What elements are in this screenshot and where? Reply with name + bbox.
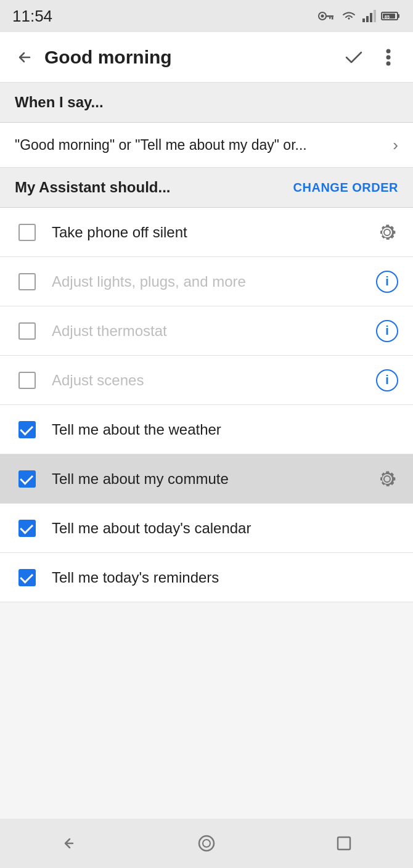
svg-rect-6	[366, 16, 369, 22]
svg-point-1	[321, 15, 324, 18]
page-title: Good morning	[44, 47, 339, 68]
recents-nav-icon	[336, 835, 352, 851]
home-nav-icon	[197, 833, 216, 853]
svg-rect-3	[332, 17, 333, 20]
checkbox-adjust-scenes[interactable]	[15, 368, 39, 393]
signal-icon	[362, 10, 376, 22]
checkbox-tell-me-calendar[interactable]	[15, 516, 39, 541]
info-icon-adjust-scenes[interactable]: i	[376, 369, 398, 391]
gear-icon-tell-me-commute[interactable]	[376, 468, 398, 490]
assistant-items-list: Take phone off silent Adjust lights, plu…	[0, 208, 413, 602]
list-item-tell-me-commute[interactable]: Tell me about my commute	[0, 454, 413, 504]
home-nav-button[interactable]	[184, 821, 229, 866]
key-icon	[318, 10, 335, 22]
wifi-icon	[340, 10, 358, 22]
status-time: 11:54	[12, 7, 52, 26]
back-button[interactable]	[10, 43, 39, 72]
back-nav-button[interactable]	[47, 821, 91, 866]
item-label-tell-me-commute: Tell me about my commute	[52, 470, 376, 488]
recents-nav-button[interactable]	[322, 821, 366, 866]
svg-point-16	[199, 836, 214, 851]
status-icons: 65	[318, 10, 401, 22]
back-nav-icon	[60, 835, 78, 852]
checkbox-tell-me-weather[interactable]	[15, 417, 39, 442]
checkbox-unchecked-icon	[18, 224, 36, 241]
checkbox-tell-me-reminders[interactable]	[15, 565, 39, 590]
my-assistant-title: My Assistant should...	[15, 179, 170, 196]
list-item-adjust-scenes[interactable]: Adjust scenesi	[0, 356, 413, 405]
chevron-right-icon: ›	[393, 136, 398, 155]
battery-icon: 65	[381, 10, 401, 22]
checkbox-adjust-lights[interactable]	[15, 269, 39, 294]
svg-rect-7	[370, 13, 372, 22]
more-options-icon	[386, 49, 391, 66]
checkbox-tell-me-commute[interactable]	[15, 467, 39, 491]
svg-rect-18	[338, 837, 350, 850]
item-label-tell-me-calendar: Tell me about today's calendar	[52, 520, 398, 537]
item-label-take-phone-off-silent: Take phone off silent	[52, 224, 376, 241]
svg-point-13	[386, 49, 391, 53]
item-label-adjust-thermostat: Adjust thermostat	[52, 322, 376, 340]
item-label-adjust-lights: Adjust lights, plugs, and more	[52, 273, 376, 290]
svg-point-15	[386, 61, 391, 65]
checkbox-take-phone-off-silent[interactable]	[15, 220, 39, 245]
bottom-nav	[0, 819, 413, 868]
gear-icon-take-phone-off-silent[interactable]	[376, 221, 398, 244]
checkbox-unchecked-icon	[18, 372, 36, 389]
svg-point-17	[203, 840, 210, 847]
svg-rect-10	[398, 14, 399, 18]
checkbox-checked-icon	[18, 470, 36, 488]
checkbox-adjust-thermostat[interactable]	[15, 319, 39, 343]
svg-rect-4	[329, 17, 331, 19]
checkbox-unchecked-icon	[18, 322, 36, 340]
app-bar: Good morning	[0, 32, 413, 83]
my-assistant-header: My Assistant should... CHANGE ORDER	[0, 168, 413, 208]
list-item-tell-me-calendar[interactable]: Tell me about today's calendar	[0, 504, 413, 553]
checkbox-checked-icon	[18, 421, 36, 438]
check-icon	[345, 51, 362, 64]
info-icon-adjust-thermostat[interactable]: i	[376, 320, 398, 342]
checkbox-checked-icon	[18, 520, 36, 537]
when-i-say-header: When I say...	[0, 83, 413, 123]
item-label-tell-me-reminders: Tell me today's reminders	[52, 569, 398, 586]
svg-point-14	[386, 55, 391, 59]
trigger-phrase-text: "Good morning" or "Tell me about my day"…	[15, 135, 385, 155]
checkbox-checked-icon	[18, 569, 36, 586]
status-bar: 11:54 65	[0, 0, 413, 32]
svg-rect-2	[326, 15, 333, 17]
more-options-button[interactable]	[374, 43, 403, 72]
trigger-phrase-row[interactable]: "Good morning" or "Tell me about my day"…	[0, 123, 413, 168]
list-item-adjust-thermostat[interactable]: Adjust thermostati	[0, 306, 413, 356]
back-arrow-icon	[16, 49, 33, 66]
list-item-tell-me-weather[interactable]: Tell me about the weather	[0, 405, 413, 454]
check-button[interactable]	[339, 43, 369, 72]
svg-rect-8	[374, 10, 376, 22]
change-order-button[interactable]: CHANGE ORDER	[293, 181, 398, 195]
item-label-adjust-scenes: Adjust scenes	[52, 372, 376, 389]
list-item-take-phone-off-silent[interactable]: Take phone off silent	[0, 208, 413, 257]
svg-rect-5	[362, 18, 365, 22]
item-label-tell-me-weather: Tell me about the weather	[52, 421, 398, 438]
list-item-tell-me-reminders[interactable]: Tell me today's reminders	[0, 553, 413, 602]
info-icon-adjust-lights[interactable]: i	[376, 271, 398, 293]
app-bar-actions	[339, 43, 403, 72]
svg-text:65: 65	[385, 15, 390, 19]
checkbox-unchecked-icon	[18, 273, 36, 290]
list-item-adjust-lights[interactable]: Adjust lights, plugs, and morei	[0, 257, 413, 306]
